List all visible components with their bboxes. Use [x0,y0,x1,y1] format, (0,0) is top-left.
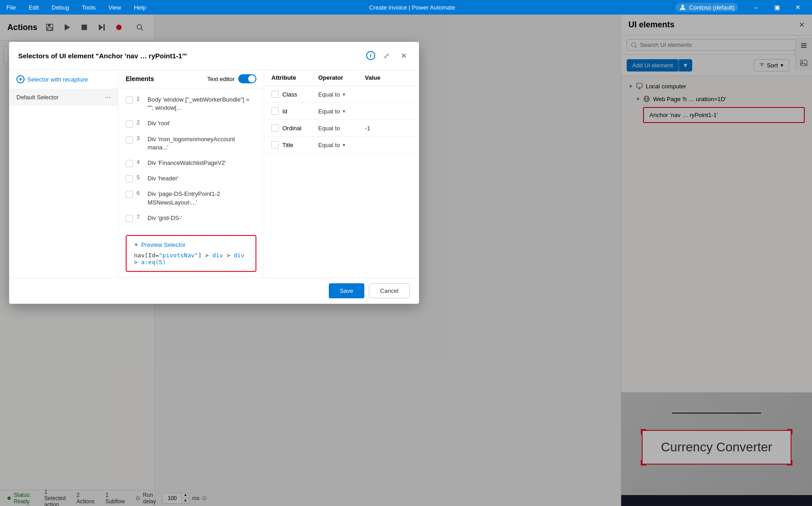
code-gt2: > [134,259,141,266]
close-button[interactable]: ✕ [787,0,808,15]
element-text-2: Div 'root' [148,119,170,128]
operator-header-label: Operator [318,74,365,81]
text-editor-toggle-switch[interactable] [238,74,256,83]
code-div2: div [234,252,244,259]
main-layout: Actions [0,15,812,506]
value-header-label: Value [365,74,412,81]
modal-body: + Selector with recapture Default Select… [9,70,419,277]
attribute-row-ordinal: Ordinal Equal to -1 [264,120,419,137]
element-text-6: Div 'page-DS-EntryPoint1-2 MSNewsLayout-… [148,190,256,206]
attributes-header: Attribute Operator Value [264,70,419,86]
element-checkbox-5[interactable] [126,175,133,183]
menu-help[interactable]: Help [131,2,149,13]
code-gt1: > [223,252,234,259]
attr-class-chevron-icon: ▼ [342,92,346,97]
save-button[interactable]: Save [329,283,364,298]
selector-more-button[interactable]: ⋯ [105,94,111,101]
element-item[interactable]: 2 Div 'root' [118,116,264,131]
modal-title: Selectors of UI element "Anchor 'nav … r… [18,52,362,60]
menu-file[interactable]: File [4,2,19,13]
title-bar: File Edit Debug Tools View Help Create i… [0,0,812,15]
toggle-thumb [248,75,255,82]
attr-title-content: Title [271,141,318,148]
code-nav: nav[Id= [134,252,159,259]
element-item[interactable]: 7 Div 'grid-DS-' [118,210,264,226]
element-num-2: 2 [137,119,144,126]
attr-class-operator-value: Equal to [318,91,340,98]
attr-class-content: Class [271,91,318,98]
element-num-5: 5 [137,174,144,181]
attr-class-checkbox[interactable] [271,91,279,98]
modal-elements-area: Elements Text editor 1 [118,70,264,277]
element-item[interactable]: 3 Div 'msn_logomsnmoneyAccount mana...' [118,132,264,155]
preview-selector-header[interactable]: ▼ Preview Selector [134,241,248,248]
attr-title-operator[interactable]: Equal to ▼ [318,142,365,148]
selector-modal: Selectors of UI element "Anchor 'nav … r… [9,42,419,304]
attr-id-chevron-icon: ▼ [342,109,346,114]
cancel-button[interactable]: Cancel [369,283,410,298]
element-num-6: 6 [137,190,144,196]
modal-close-button[interactable]: ✕ [397,49,410,62]
attr-ordinal-content: Ordinal [271,124,318,132]
menu-view[interactable]: View [106,2,124,13]
attr-id-checkbox[interactable] [271,107,279,115]
element-checkbox-3[interactable] [126,136,133,143]
attr-id-content: Id [271,107,318,115]
modal-info-button[interactable]: i [366,51,375,60]
svg-point-0 [681,5,684,7]
element-text-4: Div 'FinanceWatchlistPageV2' [148,159,226,167]
title-right: Contoso (default) – ▣ ✕ [675,0,808,15]
menu-debug[interactable]: Debug [49,2,71,13]
attr-title-chevron-icon: ▼ [342,143,346,148]
user-icon [679,4,686,11]
modal-header: Selectors of UI element "Anchor 'nav … r… [9,42,419,70]
attr-title-checkbox[interactable] [271,141,279,148]
preview-selector-box: ▼ Preview Selector nav[Id="pivotsNav"] >… [126,235,256,272]
attr-id-operator[interactable]: Equal to ▼ [318,108,365,115]
menu-bar[interactable]: File Edit Debug Tools View Help [4,2,149,13]
element-item[interactable]: 6 Div 'page-DS-EntryPoint1-2 MSNewsLayou… [118,186,264,210]
code-rest: ] > [198,252,212,259]
maximize-button[interactable]: ▣ [766,0,787,15]
element-checkbox-2[interactable] [126,120,133,128]
element-item[interactable]: 5 Div 'header' [118,171,264,186]
element-text-1: Body 'window ["_webWorkerBundle"] = ""; … [148,96,256,112]
element-num-1: 1 [137,96,144,102]
menu-tools[interactable]: Tools [79,2,98,13]
elements-title: Elements [126,75,154,82]
elements-list: 1 Body 'window ["_webWorkerBundle"] = ""… [118,88,264,230]
element-num-4: 4 [137,159,144,165]
attr-ordinal-checkbox[interactable] [271,124,279,132]
selector-with-recapture-button[interactable]: + Selector with recapture [16,75,111,83]
element-item[interactable]: 1 Body 'window ["_webWorkerBundle"] = ""… [118,92,264,116]
plus-icon: + [16,75,25,83]
element-item[interactable]: 4 Div 'FinanceWatchlistPageV2' [118,155,264,171]
attr-class-operator[interactable]: Equal to ▼ [318,91,365,98]
attr-ordinal-name: Ordinal [282,125,301,132]
element-checkbox-1[interactable] [126,97,133,104]
window-controls[interactable]: – ▣ ✕ [746,0,808,15]
attribute-header-label: Attribute [271,74,318,81]
menu-edit[interactable]: Edit [26,2,41,13]
modal-overlay: Selectors of UI element "Anchor 'nav … r… [0,15,812,506]
selector-with-recapture-label: Selector with recapture [27,76,88,83]
attr-ordinal-operator-value: Equal to [318,125,340,132]
user-account[interactable]: Contoso (default) [675,3,738,12]
attribute-row-id: Id Equal to ▼ [264,103,419,120]
attribute-row-title: Title Equal to ▼ [264,137,419,153]
code-div1: div [212,252,223,259]
default-selector-item[interactable]: Default Selector ⋯ [9,89,118,106]
element-num-3: 3 [137,135,144,142]
element-checkbox-7[interactable] [126,215,133,222]
minimize-button[interactable]: – [746,0,766,15]
text-editor-label: Text editor [207,76,235,82]
attribute-row-class: Class Equal to ▼ [264,86,419,103]
text-editor-toggle: Text editor [207,74,256,83]
attr-class-name: Class [282,91,297,98]
modal-expand-button[interactable]: ⤢ [380,49,393,62]
attr-id-name: Id [282,108,287,115]
element-checkbox-4[interactable] [126,160,133,167]
element-checkbox-6[interactable] [126,191,133,198]
preview-selector-label: Preview Selector [141,241,186,248]
attr-title-operator-value: Equal to [318,142,340,148]
